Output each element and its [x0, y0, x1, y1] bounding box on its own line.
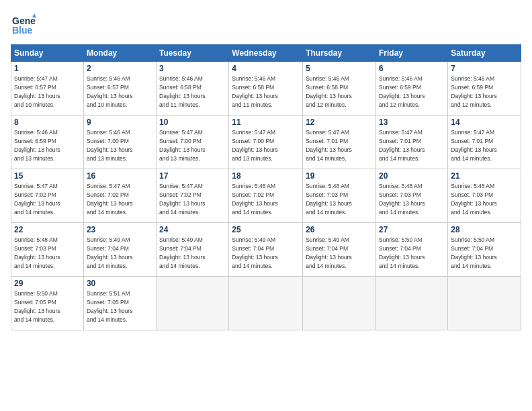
header: General Blue	[11, 11, 521, 39]
day-number: 26	[306, 225, 373, 234]
day-info: Sunrise: 5:46 AMSunset: 6:58 PMDaylight:…	[159, 75, 206, 108]
day-number: 16	[87, 171, 153, 181]
day-number: 20	[379, 171, 445, 181]
day-info: Sunrise: 5:46 AMSunset: 6:58 PMDaylight:…	[232, 75, 278, 108]
day-info: Sunrise: 5:47 AMSunset: 7:02 PMDaylight:…	[159, 183, 206, 216]
calendar-cell: 24 Sunrise: 5:49 AMSunset: 7:04 PMDaylig…	[157, 223, 229, 277]
page: General Blue SundayMondayTuesdayWednesda…	[0, 0, 532, 411]
calendar-cell: 22 Sunrise: 5:48 AMSunset: 7:03 PMDaylig…	[11, 223, 84, 277]
day-number: 10	[159, 118, 226, 127]
day-number: 18	[232, 171, 300, 181]
calendar-table: SundayMondayTuesdayWednesdayThursdayFrid…	[11, 44, 521, 330]
day-number: 1	[14, 64, 81, 73]
calendar-week-3: 15 Sunrise: 5:47 AMSunset: 7:02 PMDaylig…	[11, 169, 521, 223]
calendar-cell: 3 Sunrise: 5:46 AMSunset: 6:58 PMDayligh…	[157, 62, 229, 116]
day-info: Sunrise: 5:49 AMSunset: 7:04 PMDaylight:…	[306, 236, 352, 269]
day-number: 27	[379, 225, 445, 234]
calendar-cell: 28 Sunrise: 5:50 AMSunset: 7:04 PMDaylig…	[448, 223, 521, 277]
day-info: Sunrise: 5:48 AMSunset: 7:03 PMDaylight:…	[451, 183, 497, 216]
day-info: Sunrise: 5:47 AMSunset: 7:01 PMDaylight:…	[451, 129, 497, 162]
day-info: Sunrise: 5:46 AMSunset: 7:00 PMDaylight:…	[87, 129, 133, 162]
day-number: 8	[14, 118, 81, 127]
weekday-header-thursday: Thursday	[303, 45, 376, 62]
day-info: Sunrise: 5:47 AMSunset: 7:02 PMDaylight:…	[87, 183, 133, 216]
calendar-cell: 16 Sunrise: 5:47 AMSunset: 7:02 PMDaylig…	[83, 169, 156, 223]
calendar-cell	[157, 277, 229, 330]
calendar-cell	[376, 277, 448, 330]
calendar-cell: 8 Sunrise: 5:46 AMSunset: 6:59 PMDayligh…	[11, 116, 84, 169]
weekday-header-friday: Friday	[376, 45, 448, 62]
calendar-cell: 27 Sunrise: 5:50 AMSunset: 7:04 PMDaylig…	[376, 223, 448, 277]
day-info: Sunrise: 5:48 AMSunset: 7:03 PMDaylight:…	[14, 236, 60, 269]
day-info: Sunrise: 5:49 AMSunset: 7:04 PMDaylight:…	[159, 236, 206, 269]
calendar-cell	[229, 277, 303, 330]
day-info: Sunrise: 5:50 AMSunset: 7:05 PMDaylight:…	[14, 290, 60, 323]
day-number: 21	[451, 171, 518, 181]
day-number: 5	[306, 64, 373, 73]
logo-icon: General Blue	[11, 11, 36, 36]
day-number: 17	[159, 171, 226, 181]
calendar-cell: 19 Sunrise: 5:48 AMSunset: 7:03 PMDaylig…	[303, 169, 376, 223]
calendar-week-2: 8 Sunrise: 5:46 AMSunset: 6:59 PMDayligh…	[11, 116, 521, 169]
calendar-cell: 6 Sunrise: 5:46 AMSunset: 6:59 PMDayligh…	[376, 62, 448, 116]
day-info: Sunrise: 5:46 AMSunset: 6:59 PMDaylight:…	[379, 75, 425, 108]
calendar-cell: 26 Sunrise: 5:49 AMSunset: 7:04 PMDaylig…	[303, 223, 376, 277]
calendar-cell: 15 Sunrise: 5:47 AMSunset: 7:02 PMDaylig…	[11, 169, 84, 223]
calendar-cell: 20 Sunrise: 5:48 AMSunset: 7:03 PMDaylig…	[376, 169, 448, 223]
day-info: Sunrise: 5:47 AMSunset: 6:57 PMDaylight:…	[14, 75, 60, 108]
day-info: Sunrise: 5:47 AMSunset: 7:00 PMDaylight:…	[159, 129, 206, 162]
calendar-week-5: 29 Sunrise: 5:50 AMSunset: 7:05 PMDaylig…	[11, 277, 521, 330]
weekday-header-wednesday: Wednesday	[229, 45, 303, 62]
day-number: 15	[14, 171, 81, 181]
calendar-cell: 12 Sunrise: 5:47 AMSunset: 7:01 PMDaylig…	[303, 116, 376, 169]
day-number: 9	[87, 118, 153, 127]
day-number: 12	[306, 118, 373, 127]
day-number: 6	[379, 64, 445, 73]
calendar-cell: 14 Sunrise: 5:47 AMSunset: 7:01 PMDaylig…	[448, 116, 521, 169]
day-number: 3	[159, 64, 226, 73]
calendar-cell: 25 Sunrise: 5:49 AMSunset: 7:04 PMDaylig…	[229, 223, 303, 277]
calendar-cell: 7 Sunrise: 5:46 AMSunset: 6:59 PMDayligh…	[448, 62, 521, 116]
day-number: 7	[451, 64, 518, 73]
day-info: Sunrise: 5:48 AMSunset: 7:02 PMDaylight:…	[232, 183, 278, 216]
day-info: Sunrise: 5:46 AMSunset: 6:58 PMDaylight:…	[306, 75, 352, 108]
calendar-cell: 2 Sunrise: 5:46 AMSunset: 6:57 PMDayligh…	[83, 62, 156, 116]
day-info: Sunrise: 5:51 AMSunset: 7:05 PMDaylight:…	[87, 290, 133, 323]
day-info: Sunrise: 5:46 AMSunset: 6:57 PMDaylight:…	[87, 75, 133, 108]
day-info: Sunrise: 5:47 AMSunset: 7:01 PMDaylight:…	[306, 129, 352, 162]
svg-text:Blue: Blue	[12, 25, 33, 36]
day-info: Sunrise: 5:47 AMSunset: 7:00 PMDaylight:…	[232, 129, 278, 162]
calendar-cell: 11 Sunrise: 5:47 AMSunset: 7:00 PMDaylig…	[229, 116, 303, 169]
day-number: 13	[379, 118, 445, 127]
weekday-header-saturday: Saturday	[448, 45, 521, 62]
day-number: 24	[159, 225, 226, 234]
day-number: 11	[232, 118, 300, 127]
day-number: 25	[232, 225, 300, 234]
calendar-cell: 18 Sunrise: 5:48 AMSunset: 7:02 PMDaylig…	[229, 169, 303, 223]
day-number: 30	[87, 279, 153, 288]
day-info: Sunrise: 5:50 AMSunset: 7:04 PMDaylight:…	[451, 236, 497, 269]
day-number: 28	[451, 225, 518, 234]
day-info: Sunrise: 5:49 AMSunset: 7:04 PMDaylight:…	[87, 236, 133, 269]
day-number: 4	[232, 64, 300, 73]
weekday-header-monday: Monday	[83, 45, 156, 62]
logo: General Blue	[11, 11, 36, 39]
calendar-cell: 17 Sunrise: 5:47 AMSunset: 7:02 PMDaylig…	[157, 169, 229, 223]
calendar-cell: 21 Sunrise: 5:48 AMSunset: 7:03 PMDaylig…	[448, 169, 521, 223]
calendar-cell: 13 Sunrise: 5:47 AMSunset: 7:01 PMDaylig…	[376, 116, 448, 169]
day-info: Sunrise: 5:46 AMSunset: 6:59 PMDaylight:…	[451, 75, 497, 108]
day-info: Sunrise: 5:48 AMSunset: 7:03 PMDaylight:…	[379, 183, 425, 216]
calendar-cell: 5 Sunrise: 5:46 AMSunset: 6:58 PMDayligh…	[303, 62, 376, 116]
weekday-header-row: SundayMondayTuesdayWednesdayThursdayFrid…	[11, 45, 521, 62]
calendar-cell: 1 Sunrise: 5:47 AMSunset: 6:57 PMDayligh…	[11, 62, 84, 116]
day-info: Sunrise: 5:47 AMSunset: 7:01 PMDaylight:…	[379, 129, 425, 162]
calendar-cell: 30 Sunrise: 5:51 AMSunset: 7:05 PMDaylig…	[83, 277, 156, 330]
weekday-header-tuesday: Tuesday	[157, 45, 229, 62]
calendar-cell: 23 Sunrise: 5:49 AMSunset: 7:04 PMDaylig…	[83, 223, 156, 277]
day-info: Sunrise: 5:48 AMSunset: 7:03 PMDaylight:…	[306, 183, 352, 216]
day-number: 14	[451, 118, 518, 127]
calendar-week-1: 1 Sunrise: 5:47 AMSunset: 6:57 PMDayligh…	[11, 62, 521, 116]
day-number: 23	[87, 225, 153, 234]
day-info: Sunrise: 5:50 AMSunset: 7:04 PMDaylight:…	[379, 236, 425, 269]
weekday-header-sunday: Sunday	[11, 45, 84, 62]
